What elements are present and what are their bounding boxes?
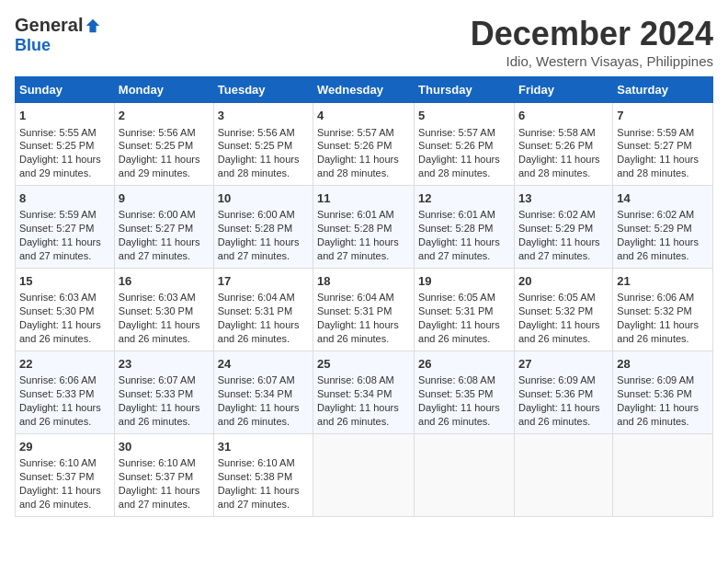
day-number: 20 — [518, 273, 609, 290]
logo: General Blue — [15, 15, 101, 55]
calendar-day-cell: 10Sunrise: 6:00 AM Sunset: 5:28 PM Dayli… — [213, 185, 313, 268]
calendar-day-cell — [415, 433, 515, 516]
calendar-week-row: 22Sunrise: 6:06 AM Sunset: 5:33 PM Dayli… — [16, 350, 713, 433]
day-number: 2 — [119, 108, 210, 124]
calendar-day-cell: 19Sunrise: 6:05 AM Sunset: 5:31 PM Dayli… — [415, 268, 515, 350]
day-info: Sunrise: 6:05 AM Sunset: 5:32 PM Dayligh… — [518, 291, 609, 345]
calendar-day-cell: 21Sunrise: 6:06 AM Sunset: 5:32 PM Dayli… — [613, 268, 713, 350]
calendar-day-cell — [613, 433, 713, 516]
calendar-day-cell — [514, 433, 612, 516]
title-area: December 2024 Idio, Western Visayas, Phi… — [471, 15, 713, 69]
day-info: Sunrise: 6:06 AM Sunset: 5:32 PM Dayligh… — [617, 291, 709, 345]
calendar-week-row: 1Sunrise: 5:55 AM Sunset: 5:25 PM Daylig… — [16, 103, 713, 186]
day-info: Sunrise: 6:04 AM Sunset: 5:31 PM Dayligh… — [218, 291, 309, 345]
calendar-day-cell: 20Sunrise: 6:05 AM Sunset: 5:32 PM Dayli… — [514, 268, 612, 350]
day-info: Sunrise: 6:02 AM Sunset: 5:29 PM Dayligh… — [518, 208, 609, 262]
calendar-day-cell: 6Sunrise: 5:58 AM Sunset: 5:26 PM Daylig… — [514, 103, 612, 186]
day-number: 29 — [19, 439, 110, 455]
day-number: 28 — [617, 356, 709, 373]
day-info: Sunrise: 6:07 AM Sunset: 5:34 PM Dayligh… — [218, 373, 309, 428]
day-number: 9 — [119, 190, 210, 207]
day-number: 31 — [218, 439, 309, 455]
day-info: Sunrise: 5:55 AM Sunset: 5:25 PM Dayligh… — [19, 126, 110, 180]
day-number: 18 — [317, 273, 410, 290]
calendar-day-cell: 14Sunrise: 6:02 AM Sunset: 5:29 PM Dayli… — [613, 185, 713, 268]
day-info: Sunrise: 6:08 AM Sunset: 5:35 PM Dayligh… — [418, 373, 510, 428]
calendar-week-row: 29Sunrise: 6:10 AM Sunset: 5:37 PM Dayli… — [16, 433, 713, 516]
day-number: 16 — [119, 273, 210, 290]
day-info: Sunrise: 6:03 AM Sunset: 5:30 PM Dayligh… — [119, 291, 210, 345]
calendar-header-cell: Wednesday — [313, 77, 415, 103]
calendar-day-cell: 27Sunrise: 6:09 AM Sunset: 5:36 PM Dayli… — [514, 350, 612, 433]
day-info: Sunrise: 5:56 AM Sunset: 5:25 PM Dayligh… — [218, 126, 309, 180]
day-info: Sunrise: 6:09 AM Sunset: 5:36 PM Dayligh… — [518, 373, 609, 428]
calendar-header-cell: Monday — [114, 77, 213, 103]
day-info: Sunrise: 6:06 AM Sunset: 5:33 PM Dayligh… — [19, 373, 110, 428]
day-info: Sunrise: 5:57 AM Sunset: 5:26 PM Dayligh… — [317, 126, 410, 180]
calendar-day-cell: 17Sunrise: 6:04 AM Sunset: 5:31 PM Dayli… — [213, 268, 313, 350]
day-info: Sunrise: 6:07 AM Sunset: 5:33 PM Dayligh… — [119, 373, 210, 428]
calendar-header-row: SundayMondayTuesdayWednesdayThursdayFrid… — [16, 77, 713, 103]
day-number: 10 — [218, 190, 309, 207]
calendar-header-cell: Saturday — [613, 77, 713, 103]
calendar-day-cell: 25Sunrise: 6:08 AM Sunset: 5:34 PM Dayli… — [313, 350, 415, 433]
day-info: Sunrise: 6:01 AM Sunset: 5:28 PM Dayligh… — [317, 208, 410, 262]
day-number: 4 — [317, 108, 410, 124]
day-number: 26 — [418, 356, 510, 373]
calendar-day-cell: 15Sunrise: 6:03 AM Sunset: 5:30 PM Dayli… — [16, 268, 115, 350]
calendar-week-row: 15Sunrise: 6:03 AM Sunset: 5:30 PM Dayli… — [16, 268, 713, 350]
calendar-day-cell: 26Sunrise: 6:08 AM Sunset: 5:35 PM Dayli… — [415, 350, 515, 433]
calendar-body: 1Sunrise: 5:55 AM Sunset: 5:25 PM Daylig… — [16, 103, 713, 517]
calendar-day-cell: 7Sunrise: 5:59 AM Sunset: 5:27 PM Daylig… — [613, 103, 713, 186]
calendar-day-cell: 22Sunrise: 6:06 AM Sunset: 5:33 PM Dayli… — [16, 350, 115, 433]
day-info: Sunrise: 5:57 AM Sunset: 5:26 PM Dayligh… — [418, 126, 510, 180]
calendar-day-cell — [313, 433, 415, 516]
logo-blue-text: Blue — [15, 36, 51, 54]
day-info: Sunrise: 6:00 AM Sunset: 5:27 PM Dayligh… — [119, 208, 210, 262]
day-info: Sunrise: 5:56 AM Sunset: 5:25 PM Dayligh… — [119, 126, 210, 180]
logo-icon — [85, 17, 101, 34]
day-number: 22 — [19, 356, 110, 373]
day-info: Sunrise: 5:59 AM Sunset: 5:27 PM Dayligh… — [19, 208, 110, 262]
calendar-day-cell: 24Sunrise: 6:07 AM Sunset: 5:34 PM Dayli… — [213, 350, 313, 433]
day-info: Sunrise: 5:59 AM Sunset: 5:27 PM Dayligh… — [617, 126, 709, 180]
day-info: Sunrise: 6:01 AM Sunset: 5:28 PM Dayligh… — [418, 208, 510, 262]
day-number: 1 — [19, 108, 110, 124]
day-number: 21 — [617, 273, 709, 290]
calendar-header-cell: Sunday — [16, 77, 115, 103]
calendar-header-cell: Thursday — [415, 77, 515, 103]
calendar-day-cell: 5Sunrise: 5:57 AM Sunset: 5:26 PM Daylig… — [415, 103, 515, 186]
calendar-day-cell: 28Sunrise: 6:09 AM Sunset: 5:36 PM Dayli… — [613, 350, 713, 433]
day-info: Sunrise: 6:00 AM Sunset: 5:28 PM Dayligh… — [218, 208, 309, 262]
day-number: 23 — [119, 356, 210, 373]
calendar-day-cell: 18Sunrise: 6:04 AM Sunset: 5:31 PM Dayli… — [313, 268, 415, 350]
calendar-day-cell: 23Sunrise: 6:07 AM Sunset: 5:33 PM Dayli… — [114, 350, 213, 433]
day-info: Sunrise: 6:10 AM Sunset: 5:37 PM Dayligh… — [19, 456, 110, 511]
day-number: 3 — [218, 108, 309, 124]
day-info: Sunrise: 6:04 AM Sunset: 5:31 PM Dayligh… — [317, 291, 410, 345]
calendar-day-cell: 9Sunrise: 6:00 AM Sunset: 5:27 PM Daylig… — [114, 185, 213, 268]
calendar-day-cell: 31Sunrise: 6:10 AM Sunset: 5:38 PM Dayli… — [213, 433, 313, 516]
calendar-day-cell: 16Sunrise: 6:03 AM Sunset: 5:30 PM Dayli… — [114, 268, 213, 350]
day-info: Sunrise: 6:08 AM Sunset: 5:34 PM Dayligh… — [317, 373, 410, 428]
logo-general-text: General — [15, 15, 83, 36]
day-number: 12 — [418, 190, 510, 207]
day-number: 8 — [19, 190, 110, 207]
day-info: Sunrise: 6:10 AM Sunset: 5:37 PM Dayligh… — [119, 456, 210, 511]
day-number: 5 — [418, 108, 510, 124]
day-info: Sunrise: 6:03 AM Sunset: 5:30 PM Dayligh… — [19, 291, 110, 345]
day-info: Sunrise: 6:09 AM Sunset: 5:36 PM Dayligh… — [617, 373, 709, 428]
day-number: 13 — [518, 190, 609, 207]
day-number: 30 — [119, 439, 210, 455]
day-number: 15 — [19, 273, 110, 290]
month-year-title: December 2024 — [471, 15, 713, 53]
calendar-day-cell: 1Sunrise: 5:55 AM Sunset: 5:25 PM Daylig… — [16, 103, 115, 186]
day-number: 7 — [617, 108, 709, 124]
location-subtitle: Idio, Western Visayas, Philippines — [471, 53, 713, 69]
calendar-week-row: 8Sunrise: 5:59 AM Sunset: 5:27 PM Daylig… — [16, 185, 713, 268]
calendar-day-cell: 11Sunrise: 6:01 AM Sunset: 5:28 PM Dayli… — [313, 185, 415, 268]
day-info: Sunrise: 6:05 AM Sunset: 5:31 PM Dayligh… — [418, 291, 510, 345]
calendar-day-cell: 12Sunrise: 6:01 AM Sunset: 5:28 PM Dayli… — [415, 185, 515, 268]
day-info: Sunrise: 6:10 AM Sunset: 5:38 PM Dayligh… — [218, 456, 309, 511]
svg-marker-0 — [86, 18, 99, 31]
